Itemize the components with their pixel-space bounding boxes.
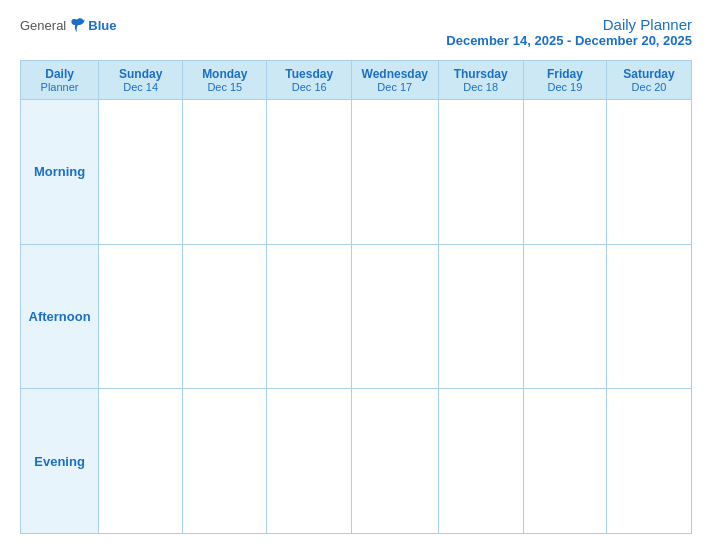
morning-saturday-cell[interactable] — [607, 100, 692, 245]
evening-sunday-cell[interactable] — [99, 389, 183, 534]
morning-monday-cell[interactable] — [183, 100, 267, 245]
page-header: General Blue Daily Planner December 14, … — [20, 16, 692, 48]
planner-table: Daily Planner Sunday Dec 14 Monday Dec 1… — [20, 60, 692, 534]
evening-saturday-cell[interactable] — [607, 389, 692, 534]
morning-friday-cell[interactable] — [523, 100, 606, 245]
logo-general-text: General — [20, 18, 66, 33]
header-cell-friday: Friday Dec 19 — [523, 61, 606, 100]
evening-friday-cell[interactable] — [523, 389, 606, 534]
header-thursday-date: Dec 18 — [443, 81, 519, 93]
morning-label: Morning — [21, 100, 99, 245]
header-tuesday-day: Tuesday — [271, 67, 347, 81]
header-monday-day: Monday — [187, 67, 262, 81]
evening-monday-cell[interactable] — [183, 389, 267, 534]
header-thursday-day: Thursday — [443, 67, 519, 81]
morning-row: Morning — [21, 100, 692, 245]
evening-label: Evening — [21, 389, 99, 534]
evening-wednesday-cell[interactable] — [351, 389, 438, 534]
evening-tuesday-cell[interactable] — [267, 389, 352, 534]
header-cell-saturday: Saturday Dec 20 — [607, 61, 692, 100]
header-saturday-date: Dec 20 — [611, 81, 687, 93]
logo-bird-icon — [68, 16, 86, 34]
header-day-label: Daily — [25, 67, 94, 81]
afternoon-monday-cell[interactable] — [183, 244, 267, 389]
header-wednesday-day: Wednesday — [356, 67, 434, 81]
logo-area: General Blue — [20, 16, 116, 34]
morning-wednesday-cell[interactable] — [351, 100, 438, 245]
evening-row: Evening — [21, 389, 692, 534]
header-cell-tuesday: Tuesday Dec 16 — [267, 61, 352, 100]
header-wednesday-date: Dec 17 — [356, 81, 434, 93]
header-friday-date: Dec 19 — [528, 81, 602, 93]
header-cell-planner: Daily Planner — [21, 61, 99, 100]
header-friday-day: Friday — [528, 67, 602, 81]
afternoon-thursday-cell[interactable] — [438, 244, 523, 389]
afternoon-label: Afternoon — [21, 244, 99, 389]
logo: General Blue — [20, 16, 116, 34]
header-monday-date: Dec 15 — [187, 81, 262, 93]
header-row: Daily Planner Sunday Dec 14 Monday Dec 1… — [21, 61, 692, 100]
afternoon-wednesday-cell[interactable] — [351, 244, 438, 389]
morning-sunday-cell[interactable] — [99, 100, 183, 245]
logo-blue-text: Blue — [88, 18, 116, 33]
header-planner-label: Planner — [25, 81, 94, 93]
planner-date-range: December 14, 2025 - December 20, 2025 — [446, 33, 692, 48]
afternoon-tuesday-cell[interactable] — [267, 244, 352, 389]
afternoon-row: Afternoon — [21, 244, 692, 389]
header-tuesday-date: Dec 16 — [271, 81, 347, 93]
header-cell-sunday: Sunday Dec 14 — [99, 61, 183, 100]
header-cell-wednesday: Wednesday Dec 17 — [351, 61, 438, 100]
header-sunday-date: Dec 14 — [103, 81, 178, 93]
header-saturday-day: Saturday — [611, 67, 687, 81]
planner-title: Daily Planner — [446, 16, 692, 33]
afternoon-friday-cell[interactable] — [523, 244, 606, 389]
header-cell-monday: Monday Dec 15 — [183, 61, 267, 100]
title-area: Daily Planner December 14, 2025 - Decemb… — [446, 16, 692, 48]
afternoon-sunday-cell[interactable] — [99, 244, 183, 389]
morning-tuesday-cell[interactable] — [267, 100, 352, 245]
evening-thursday-cell[interactable] — [438, 389, 523, 534]
header-sunday-day: Sunday — [103, 67, 178, 81]
header-cell-thursday: Thursday Dec 18 — [438, 61, 523, 100]
morning-thursday-cell[interactable] — [438, 100, 523, 245]
afternoon-saturday-cell[interactable] — [607, 244, 692, 389]
